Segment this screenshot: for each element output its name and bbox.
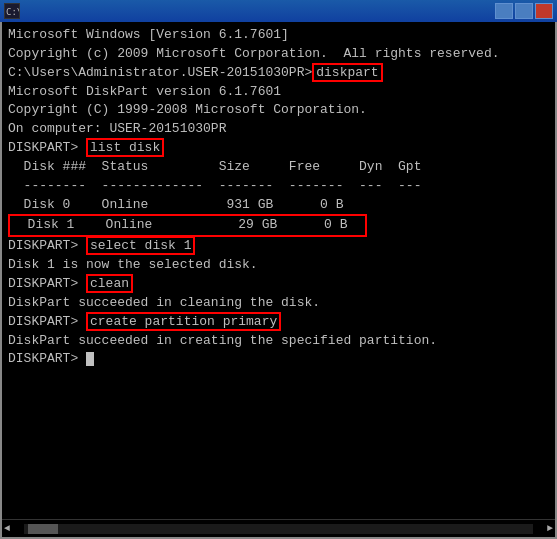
console-line: Microsoft Windows [Version 6.1.7601] [8,26,549,45]
row-highlight: Disk 1 Online 29 GB 0 B [8,214,367,237]
console-output[interactable]: Microsoft Windows [Version 6.1.7601]Copy… [2,22,555,519]
minimize-button[interactable] [495,3,513,19]
command-highlight: create partition primary [86,312,281,331]
scrollbar-area[interactable]: ◄ ► [2,519,555,537]
console-line: Disk 0 Online 931 GB 0 B [8,196,549,215]
console-line: On computer: USER-20151030PR [8,120,549,139]
console-line: DiskPart succeeded in cleaning the disk. [8,294,549,313]
console-line: Microsoft DiskPart version 6.1.7601 [8,83,549,102]
console-line: DISKPART> create partition primary [8,313,549,332]
scrollbar-track[interactable] [24,524,533,534]
cursor-blink [86,352,94,366]
console-window: Microsoft Windows [Version 6.1.7601]Copy… [0,22,557,539]
command-highlight: select disk 1 [86,236,195,255]
scrollbar-thumb[interactable] [28,524,58,534]
command-highlight: diskpart [312,63,382,82]
scroll-left-arrow[interactable]: ◄ [4,523,10,534]
close-button[interactable] [535,3,553,19]
title-buttons [495,3,553,19]
command-highlight: clean [86,274,133,293]
console-line: Disk ### Status Size Free Dyn Gpt [8,158,549,177]
console-line: DISKPART> clean [8,275,549,294]
console-line: -------- ------------- ------- ------- -… [8,177,549,196]
cmd-icon: C:\ [4,3,20,19]
console-line: C:\Users\Administrator.USER-20151030PR>d… [8,64,549,83]
console-line: DISKPART> list disk [8,139,549,158]
console-line: Copyright (c) 2009 Microsoft Corporation… [8,45,549,64]
maximize-button[interactable] [515,3,533,19]
console-line: Copyright (C) 1999-2008 Microsoft Corpor… [8,101,549,120]
console-line: DISKPART> select disk 1 [8,237,549,256]
console-line: Disk 1 is now the selected disk. [8,256,549,275]
console-line: DiskPart succeeded in creating the speci… [8,332,549,351]
console-line: Disk 1 Online 29 GB 0 B [8,214,549,237]
title-bar-left: C:\ [4,3,24,19]
scroll-right-arrow[interactable]: ► [547,523,553,534]
console-line: DISKPART> [8,350,549,369]
command-highlight: list disk [86,138,164,157]
svg-text:C:\: C:\ [6,7,19,17]
title-bar: C:\ [0,0,557,22]
